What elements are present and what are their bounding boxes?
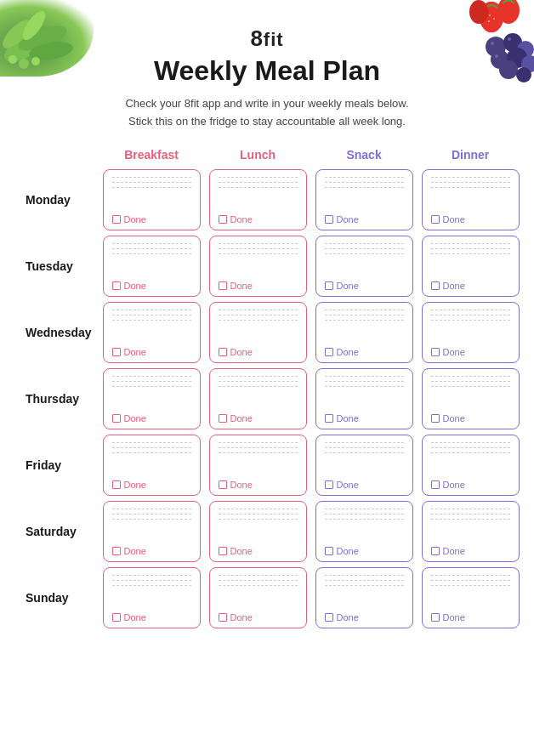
done-checkbox[interactable] bbox=[431, 547, 440, 555]
dotted-line bbox=[112, 182, 191, 183]
meal-cell-thursday-breakfast: Done bbox=[99, 366, 205, 432]
done-row-saturday-breakfast[interactable]: Done bbox=[112, 546, 191, 556]
meal-box-wednesday-snack: Done bbox=[315, 302, 413, 363]
meal-cell-wednesday-snack: Done bbox=[311, 299, 418, 366]
done-checkbox[interactable] bbox=[325, 215, 333, 224]
meal-box-friday-lunch: Done bbox=[209, 435, 307, 496]
dotted-line bbox=[325, 514, 404, 514]
done-checkbox[interactable] bbox=[431, 348, 440, 356]
done-row-monday-snack[interactable]: Done bbox=[325, 214, 404, 225]
done-row-friday-snack[interactable]: Done bbox=[325, 480, 404, 490]
done-row-monday-breakfast[interactable]: Done bbox=[112, 214, 191, 225]
dotted-line bbox=[325, 575, 404, 576]
done-checkbox[interactable] bbox=[431, 613, 440, 622]
done-row-wednesday-lunch[interactable]: Done bbox=[219, 347, 298, 357]
done-row-saturday-dinner[interactable]: Done bbox=[431, 546, 510, 556]
header-snack: Snack bbox=[311, 148, 418, 167]
done-row-thursday-lunch[interactable]: Done bbox=[219, 413, 298, 423]
done-checkbox[interactable] bbox=[431, 480, 440, 489]
meal-cell-saturday-snack: Done bbox=[311, 498, 418, 565]
dotted-line bbox=[219, 386, 298, 387]
done-checkbox[interactable] bbox=[431, 414, 440, 423]
done-checkbox[interactable] bbox=[219, 281, 227, 290]
done-checkbox[interactable] bbox=[219, 613, 227, 622]
done-checkbox[interactable] bbox=[431, 215, 440, 224]
done-row-wednesday-dinner[interactable]: Done bbox=[431, 347, 510, 357]
done-checkbox[interactable] bbox=[325, 348, 333, 356]
done-row-friday-lunch[interactable]: Done bbox=[219, 480, 298, 490]
meal-box-tuesday-lunch: Done bbox=[209, 236, 307, 297]
done-row-friday-dinner[interactable]: Done bbox=[431, 480, 510, 490]
done-row-sunday-dinner[interactable]: Done bbox=[431, 612, 510, 622]
meal-cell-saturday-breakfast: Done bbox=[99, 498, 205, 565]
done-row-thursday-dinner[interactable]: Done bbox=[431, 413, 510, 423]
meal-box-tuesday-dinner: Done bbox=[422, 236, 520, 297]
dotted-line bbox=[325, 243, 404, 244]
dotted-line bbox=[112, 253, 191, 254]
done-checkbox[interactable] bbox=[112, 281, 121, 290]
done-checkbox[interactable] bbox=[219, 348, 227, 356]
meal-cell-friday-dinner: Done bbox=[418, 432, 524, 498]
dotted-line bbox=[112, 248, 191, 249]
done-label: Done bbox=[337, 546, 359, 556]
done-row-tuesday-breakfast[interactable]: Done bbox=[112, 281, 191, 291]
done-checkbox[interactable] bbox=[325, 281, 333, 290]
done-row-wednesday-breakfast[interactable]: Done bbox=[112, 347, 191, 357]
meal-box-saturday-breakfast: Done bbox=[103, 501, 201, 562]
done-label: Done bbox=[443, 612, 465, 622]
done-checkbox[interactable] bbox=[219, 215, 227, 224]
meal-cell-sunday-snack: Done bbox=[311, 565, 418, 631]
dotted-line bbox=[325, 452, 404, 453]
done-row-wednesday-snack[interactable]: Done bbox=[325, 347, 404, 357]
done-checkbox[interactable] bbox=[112, 547, 121, 555]
done-checkbox[interactable] bbox=[112, 215, 121, 224]
done-checkbox[interactable] bbox=[219, 480, 227, 489]
done-row-tuesday-dinner[interactable]: Done bbox=[431, 281, 510, 291]
dotted-line bbox=[112, 376, 191, 377]
done-checkbox[interactable] bbox=[325, 480, 333, 489]
done-checkbox[interactable] bbox=[325, 414, 333, 423]
dotted-line bbox=[112, 320, 191, 321]
meal-box-wednesday-dinner: Done bbox=[422, 302, 520, 363]
done-row-saturday-snack[interactable]: Done bbox=[325, 546, 404, 556]
done-row-thursday-breakfast[interactable]: Done bbox=[112, 413, 191, 423]
done-row-monday-lunch[interactable]: Done bbox=[219, 214, 298, 225]
done-row-sunday-lunch[interactable]: Done bbox=[219, 612, 298, 622]
done-checkbox[interactable] bbox=[325, 547, 333, 555]
done-row-saturday-lunch[interactable]: Done bbox=[219, 546, 298, 556]
done-label: Done bbox=[443, 281, 465, 291]
done-checkbox[interactable] bbox=[219, 547, 227, 555]
done-row-tuesday-lunch[interactable]: Done bbox=[219, 281, 298, 291]
done-row-friday-breakfast[interactable]: Done bbox=[112, 480, 191, 490]
meal-box-sunday-breakfast: Done bbox=[103, 567, 201, 628]
dotted-line bbox=[219, 320, 298, 321]
meal-cell-sunday-lunch: Done bbox=[205, 565, 311, 631]
done-checkbox[interactable] bbox=[219, 414, 227, 423]
dotted-line bbox=[431, 386, 510, 387]
dotted-line bbox=[325, 447, 404, 448]
dotted-line bbox=[219, 253, 298, 254]
done-checkbox[interactable] bbox=[325, 613, 333, 622]
table-row: MondayDoneDoneDoneDone bbox=[26, 167, 524, 233]
meal-box-monday-breakfast: Done bbox=[103, 169, 201, 230]
done-row-sunday-snack[interactable]: Done bbox=[325, 612, 404, 622]
meal-body: MondayDoneDoneDoneDoneTuesdayDoneDoneDon… bbox=[26, 167, 524, 631]
done-checkbox[interactable] bbox=[431, 281, 440, 290]
done-label: Done bbox=[337, 214, 359, 225]
done-checkbox[interactable] bbox=[112, 613, 121, 622]
dotted-line bbox=[431, 519, 510, 520]
table-row: TuesdayDoneDoneDoneDone bbox=[26, 233, 524, 299]
done-row-thursday-snack[interactable]: Done bbox=[325, 413, 404, 423]
done-row-monday-dinner[interactable]: Done bbox=[431, 214, 510, 225]
done-row-tuesday-snack[interactable]: Done bbox=[325, 281, 404, 291]
dotted-line bbox=[325, 310, 404, 310]
done-checkbox[interactable] bbox=[112, 480, 121, 489]
meal-box-friday-snack: Done bbox=[315, 435, 413, 496]
dotted-line bbox=[219, 452, 298, 453]
table-row: WednesdayDoneDoneDoneDone bbox=[26, 299, 524, 366]
done-checkbox[interactable] bbox=[112, 414, 121, 423]
day-label-saturday: Saturday bbox=[26, 498, 99, 565]
done-row-sunday-breakfast[interactable]: Done bbox=[112, 612, 191, 622]
day-label-sunday: Sunday bbox=[26, 565, 99, 631]
done-checkbox[interactable] bbox=[112, 348, 121, 356]
